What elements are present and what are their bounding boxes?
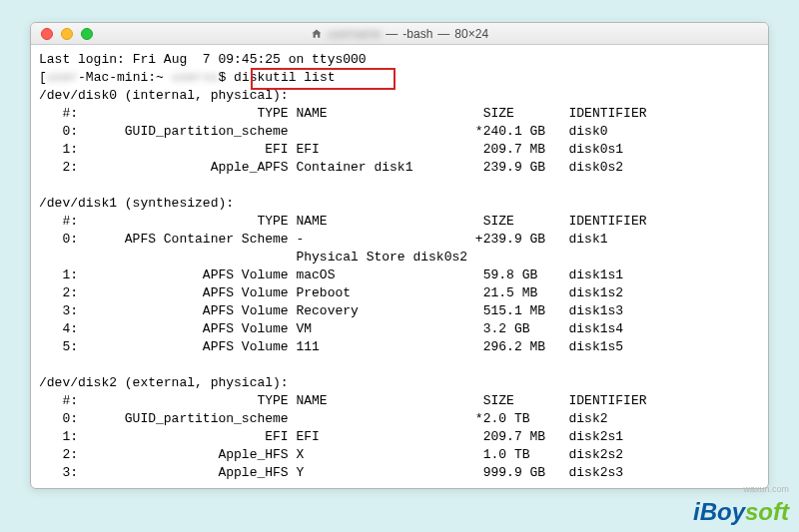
window-title: username — -bash — 80×24 [311,27,488,41]
disk2-header: /dev/disk2 (external, physical): [39,375,289,390]
d1-row: 0: APFS Container Scheme - +239.9 GB dis… [39,232,608,247]
wm-soft: soft [745,498,789,525]
d1-row: 1: APFS Volume macOS 59.8 GB disk1s1 [39,267,623,282]
title-sep1: — [386,27,398,41]
minimize-icon[interactable] [61,28,73,40]
title-user-blur: username [328,27,381,41]
title-dims: 80×24 [454,27,488,41]
terminal-body[interactable]: Last login: Fri Aug 7 09:45:25 on ttys00… [31,45,768,488]
prompt-open: [ [39,70,47,85]
home-icon [311,28,323,40]
small-watermark: waxun.com [743,484,789,494]
zoom-icon[interactable] [81,28,93,40]
title-bar[interactable]: username — -bash — 80×24 [31,23,768,45]
d2-row: 2: Apple_HFS X 1.0 TB disk2s2 [39,447,623,462]
wm-i: i [693,498,700,525]
d0-row: 1: EFI EFI 209.7 MB disk0s1 [39,142,623,157]
d2-row: 0: GUID_partition_scheme *2.0 TB disk2 [39,411,608,426]
disk1-header: /dev/disk1 (synthesized): [39,196,234,211]
command-text: diskutil list [234,70,335,85]
d0-row: 0: GUID_partition_scheme *240.1 GB disk0 [39,124,608,139]
prompt-dollar: $ [218,70,226,85]
title-shell: -bash [402,27,432,41]
last-login: Fri Aug 7 09:45:25 on ttys000 [133,52,367,67]
cols-header: #: TYPE NAME SIZE IDENTIFIER [39,393,647,408]
title-sep2: — [437,27,449,41]
d1-row: 4: APFS Volume VM 3.2 GB disk1s4 [39,321,623,336]
prompt-name-blur: userxx [172,70,219,85]
d1-row: 3: APFS Volume Recovery 515.1 MB disk1s3 [39,303,623,318]
wm-boy: Boy [700,498,745,525]
d2-row: 3: Apple_HFS Y 999.9 GB disk2s3 [39,465,623,480]
d1-row: 2: APFS Volume Preboot 21.5 MB disk1s2 [39,285,623,300]
d2-row: 1: EFI EFI 209.7 MB disk2s1 [39,429,623,444]
disk0-header: /dev/disk0 (internal, physical): [39,88,289,103]
d0-row: 2: Apple_APFS Container disk1 239.9 GB d… [39,160,623,175]
d1-row: 5: APFS Volume 111 296.2 MB disk1s5 [39,339,623,354]
cols-header: #: TYPE NAME SIZE IDENTIFIER [39,106,647,121]
brand-watermark: iBoysoft [693,498,789,526]
last-login-prefix: Last login: [39,52,133,67]
prompt-user-blur: user [47,70,78,85]
traffic-lights [31,28,93,40]
prompt-line: [user-Mac-mini:~ userxx$ diskutil list [39,70,336,85]
terminal-window: username — -bash — 80×24 Last login: Fri… [30,22,769,489]
prompt-host: -Mac-mini:~ [78,70,164,85]
cols-header: #: TYPE NAME SIZE IDENTIFIER [39,214,647,229]
close-icon[interactable] [41,28,53,40]
d1-row: Physical Store disk0s2 [39,250,467,265]
